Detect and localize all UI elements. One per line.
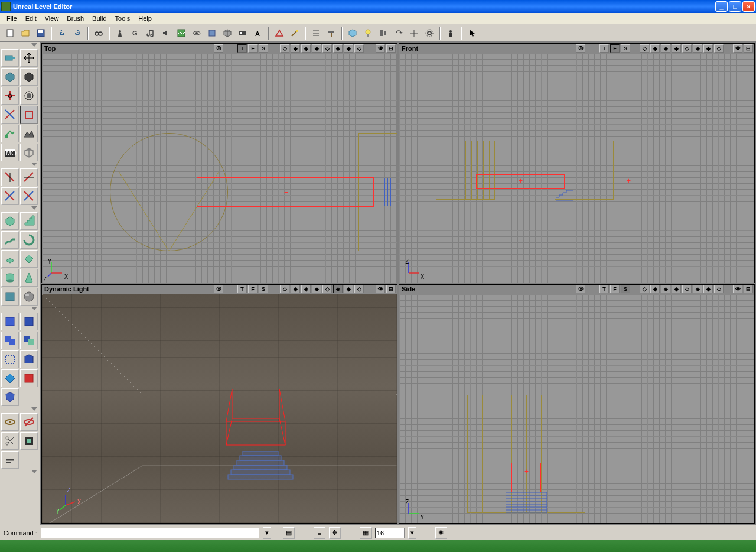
windows-taskbar[interactable] (0, 540, 756, 552)
browser-texture-button[interactable] (174, 26, 188, 40)
mode-icon-2[interactable]: ◈ (301, 44, 311, 53)
face-drag-tool[interactable] (1, 125, 19, 142)
camera-align-tool[interactable] (1, 451, 19, 469)
realtime-icon[interactable]: 👁 (733, 44, 742, 53)
joystick-icon[interactable]: ⦿ (576, 285, 585, 293)
command-input[interactable] (41, 528, 259, 538)
options-button[interactable] (422, 26, 436, 40)
deintersect-tool[interactable] (20, 332, 38, 349)
save-button[interactable] (34, 26, 48, 40)
search-button[interactable] (92, 26, 106, 40)
viewport-perspective[interactable]: Dynamic Light ⦿ T F S ◇ ◆ ◈ ◆ ◇ ◈ ◆ ◇ 👁 … (41, 284, 397, 524)
menu-view[interactable]: View (41, 14, 63, 23)
realtime-icon[interactable]: 👁 (733, 285, 742, 293)
toggle-s[interactable]: S (259, 285, 268, 293)
new-button[interactable] (3, 26, 17, 40)
lock-icon[interactable]: ⊟ (744, 285, 753, 293)
terrain-builder-tool[interactable] (20, 250, 38, 268)
mode-icon-5[interactable]: ◈ (693, 285, 702, 293)
snap-button[interactable] (407, 26, 421, 40)
menu-edit[interactable]: Edit (21, 14, 41, 23)
joystick-icon[interactable]: ⦿ (576, 44, 585, 53)
mode-icon-2[interactable]: ◈ (661, 285, 670, 293)
viewport-front[interactable]: Front ⦿ T F S ◇ ◆ ◈ ◆ ◇ ◈ ◆ ◇ 👁 ⊟ (399, 43, 755, 283)
stairs-spiral-tool[interactable] (20, 231, 38, 249)
mode-icon-6[interactable]: ◆ (703, 285, 713, 293)
minimize-button[interactable]: _ (715, 1, 728, 12)
play-button[interactable] (346, 26, 360, 40)
wire-mode-icon[interactable]: ◇ (640, 44, 649, 53)
undo-button[interactable] (55, 26, 69, 40)
browser-prefab-button[interactable] (205, 26, 219, 40)
toggle-t[interactable]: T (237, 44, 247, 53)
toolbox-collapse-6[interactable] (1, 470, 38, 476)
mode-icon-4[interactable]: ◇ (682, 285, 692, 293)
toggle-f[interactable]: F (610, 44, 620, 53)
brush-clip-tool[interactable] (20, 106, 38, 124)
mode-icon-1[interactable]: ◆ (291, 44, 300, 53)
vertex-edit-tool[interactable] (20, 49, 38, 67)
mode-icon-7[interactable]: ◇ (354, 285, 364, 293)
stairs-curved-tool[interactable] (20, 212, 38, 230)
brush-snap-tool[interactable] (1, 106, 19, 124)
sphere-builder-tool[interactable] (20, 288, 38, 306)
add-brush-tool[interactable] (1, 313, 19, 330)
realtime-icon[interactable]: 👁 (376, 44, 385, 53)
cylinder-builder-tool[interactable] (1, 269, 19, 287)
subtract-brush-tool[interactable] (20, 313, 38, 330)
toolbox-collapse-5[interactable] (1, 407, 38, 413)
toggle-f[interactable]: F (248, 44, 258, 53)
mode-icon-2[interactable]: ◈ (301, 285, 311, 293)
brush-scale-tool[interactable] (1, 87, 19, 105)
mirror-x-tool[interactable] (1, 168, 19, 186)
browser-animation-button[interactable] (236, 26, 250, 40)
mode-icon-4[interactable]: ◇ (322, 44, 332, 53)
browser-group-button[interactable]: G (128, 26, 142, 40)
rotate-tool[interactable] (20, 68, 38, 86)
rotation-grid-button[interactable]: ✥ (329, 527, 341, 539)
wire-mode-icon[interactable]: ◇ (280, 285, 289, 293)
add-mover-tool[interactable] (20, 350, 38, 368)
show-all-tool[interactable] (20, 432, 38, 450)
browser-music-button[interactable] (144, 26, 158, 40)
mode-icon-1[interactable]: ◆ (650, 44, 660, 53)
toggle-t[interactable]: T (237, 285, 247, 293)
mode-icon-4[interactable]: ◇ (682, 44, 692, 53)
redo-button[interactable] (70, 26, 84, 40)
grid-toggle-button[interactable]: ▦ (360, 527, 372, 539)
mirror-z-tool[interactable] (1, 187, 19, 205)
mode-icon-3[interactable]: ◆ (672, 285, 681, 293)
mode-icon-5[interactable]: ◈ (333, 44, 343, 53)
mode-icon-1[interactable]: ◆ (650, 285, 660, 293)
mode-icon-2[interactable]: ◈ (661, 44, 670, 53)
wire-mode-icon[interactable]: ◇ (640, 285, 649, 293)
sheet-builder-tool[interactable] (1, 250, 19, 268)
stairs-linear-tool[interactable] (1, 231, 19, 249)
toggle-t[interactable]: T (599, 285, 609, 293)
mode-icon-3[interactable]: ◆ (312, 285, 321, 293)
toolbox-collapse-4[interactable] (1, 307, 38, 313)
mode-icon-7[interactable]: ◇ (354, 44, 364, 53)
mode-icon-4[interactable]: ◇ (322, 285, 332, 293)
browser-staticmesh-button[interactable] (220, 26, 234, 40)
menu-build[interactable]: Build (88, 14, 110, 23)
grid-size-dropdown[interactable]: ▾ (408, 527, 416, 539)
staticmesh-add-tool[interactable] (1, 388, 19, 406)
light-button[interactable] (361, 26, 375, 40)
flip-tool[interactable] (20, 187, 38, 205)
toggle-s[interactable]: S (259, 44, 268, 53)
show-select-tool[interactable] (1, 413, 19, 431)
toolbox-collapse-3[interactable] (1, 206, 38, 212)
2d-editor-button[interactable]: A (251, 26, 265, 40)
add-antiportal-tool[interactable] (1, 369, 19, 387)
mode-icon-3[interactable]: ◆ (672, 44, 681, 53)
browser-mesh-button[interactable] (190, 26, 204, 40)
toolbox-collapse-2[interactable] (1, 163, 38, 168)
toggle-s[interactable]: S (621, 44, 630, 53)
volumetric-builder-tool[interactable] (1, 288, 19, 306)
sync-button[interactable] (392, 26, 406, 40)
invert-select-tool[interactable] (1, 432, 19, 450)
scale-tool[interactable] (1, 68, 19, 86)
mode-icon-5[interactable]: ◈ (333, 285, 343, 293)
toolbox-collapse-1[interactable] (1, 43, 38, 49)
